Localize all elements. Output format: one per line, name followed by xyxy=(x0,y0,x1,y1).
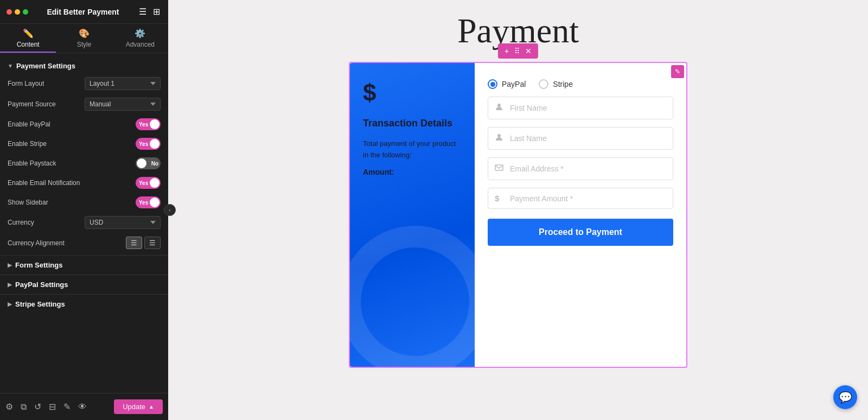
payment-settings-header[interactable]: ▼ Payment Settings xyxy=(0,59,168,73)
responsive-icon[interactable]: ⊟ xyxy=(49,402,56,412)
menu-icon[interactable]: ☰ xyxy=(138,7,148,17)
currency-alignment-row: Currency Alignment ☰ ☰ xyxy=(0,233,168,253)
transaction-title: Transaction Details xyxy=(363,117,462,130)
paypal-radio[interactable]: PayPal xyxy=(488,79,526,89)
first-name-placeholder: First Name xyxy=(510,104,547,112)
enable-email-notification-label: Enable Email Notification xyxy=(8,179,80,187)
svg-rect-2 xyxy=(495,165,503,170)
grid-icon[interactable]: ⊞ xyxy=(152,7,162,17)
edit-icon[interactable]: ✎ xyxy=(63,402,71,412)
tab-style[interactable]: 🎨 Style xyxy=(56,24,112,53)
tab-bar: ✏️ Content 🎨 Style ⚙️ Advanced xyxy=(0,24,168,53)
update-button[interactable]: Update ▲ xyxy=(114,399,163,414)
chat-icon: 💬 xyxy=(839,391,852,404)
layers-icon[interactable]: ⧉ xyxy=(21,402,27,412)
update-chevron-icon: ▲ xyxy=(149,404,154,410)
svg-point-1 xyxy=(497,134,501,137)
currency-alignment-buttons: ☰ ☰ xyxy=(126,237,161,249)
tab-advanced[interactable]: ⚙️ Advanced xyxy=(112,24,168,53)
currency-alignment-label: Currency Alignment xyxy=(8,239,65,247)
sidebar-title: Edit Better Payment xyxy=(47,8,119,16)
payment-methods: PayPal Stripe xyxy=(488,79,673,89)
widget-add-button[interactable]: + xyxy=(502,46,511,56)
enable-email-notification-toggle[interactable]: Yes xyxy=(136,177,161,189)
tab-content[interactable]: ✏️ Content xyxy=(0,24,56,53)
widget-move-icon: ⠿ xyxy=(514,47,520,55)
stripe-label: Stripe xyxy=(553,80,573,88)
enable-email-notification-toggle-label: Yes xyxy=(139,180,148,186)
enable-paypal-row: Enable PayPal Yes xyxy=(0,114,168,134)
currency-label: Currency xyxy=(8,219,34,226)
proceed-to-payment-button[interactable]: Proceed to Payment xyxy=(488,219,673,246)
stripe-radio[interactable]: Stripe xyxy=(539,79,573,89)
paypal-settings-title: PayPal Settings xyxy=(15,281,68,289)
sidebar-content: ▼ Payment Settings Form Layout Layout 1 … xyxy=(0,53,168,393)
currency-select[interactable]: USD EUR GBP xyxy=(85,216,161,229)
transaction-description: Total payment of your product in the fol… xyxy=(363,138,462,161)
enable-paystack-toggle-label: No xyxy=(151,161,158,167)
paypal-settings-header[interactable]: ▶ PayPal Settings xyxy=(0,277,168,292)
form-settings-header[interactable]: ▶ Form Settings xyxy=(0,258,168,272)
enable-paypal-toggle-label: Yes xyxy=(139,122,148,128)
settings-icon[interactable]: ⚙ xyxy=(5,402,13,412)
style-tab-icon: 🎨 xyxy=(79,28,90,39)
last-name-field[interactable]: Last Name xyxy=(488,127,673,150)
traffic-light-red[interactable] xyxy=(7,9,12,15)
first-name-field[interactable]: First Name xyxy=(488,97,673,119)
widget-move-button[interactable]: ⠿ xyxy=(512,46,522,56)
sidebar-header: Edit Better Payment ☰ ⊞ xyxy=(0,0,168,24)
content-tab-icon: ✏️ xyxy=(23,28,34,39)
widget-edit-button[interactable]: ✎ xyxy=(671,65,684,78)
payment-source-row: Payment Source Manual Automatic xyxy=(0,94,168,114)
align-left-button[interactable]: ☰ xyxy=(126,237,142,249)
tab-style-label: Style xyxy=(77,41,92,48)
enable-paystack-row: Enable Paystack No xyxy=(0,154,168,173)
email-icon xyxy=(495,163,505,174)
enable-paystack-knob xyxy=(137,158,146,168)
enable-paypal-toggle[interactable]: Yes xyxy=(136,118,161,130)
show-sidebar-toggle-label: Yes xyxy=(139,200,148,206)
form-settings-title: Form Settings xyxy=(15,261,62,269)
eye-icon[interactable]: 👁 xyxy=(78,402,87,412)
email-field[interactable]: Email Address * xyxy=(488,157,673,180)
align-right-button[interactable]: ☰ xyxy=(144,237,161,249)
form-layout-row: Form Layout Layout 1 Layout 2 xyxy=(0,73,168,94)
show-sidebar-toggle[interactable]: Yes xyxy=(136,196,161,208)
enable-paypal-label: Enable PayPal xyxy=(8,120,50,128)
form-layout-label: Form Layout xyxy=(8,80,44,87)
person-icon-1 xyxy=(495,103,505,113)
dollar-sign: $ xyxy=(363,79,462,106)
chat-bubble[interactable]: 💬 xyxy=(833,385,857,409)
sidebar-footer: ⚙ ⧉ ↺ ⊟ ✎ 👁 Update ▲ xyxy=(0,393,168,420)
widget-close-button[interactable]: ✕ xyxy=(523,46,534,56)
tab-advanced-label: Advanced xyxy=(126,41,155,48)
show-sidebar-knob xyxy=(150,198,159,207)
traffic-light-yellow[interactable] xyxy=(15,9,20,15)
form-settings-arrow: ▶ xyxy=(8,262,12,268)
paypal-settings-arrow: ▶ xyxy=(8,282,12,288)
traffic-light-green[interactable] xyxy=(23,9,28,15)
history-icon[interactable]: ↺ xyxy=(34,402,41,412)
form-layout-select[interactable]: Layout 1 Layout 2 xyxy=(85,77,161,90)
enable-stripe-toggle[interactable]: Yes xyxy=(136,138,161,150)
sidebar-collapse-button[interactable]: ‹ xyxy=(164,204,176,216)
email-placeholder: Email Address * xyxy=(510,164,564,173)
payment-amount-field[interactable]: $ Payment Amount * xyxy=(488,188,673,209)
payment-widget: $ Transaction Details Total payment of y… xyxy=(350,63,686,367)
payment-amount-placeholder: Payment Amount * xyxy=(510,194,573,203)
enable-paystack-toggle[interactable]: No xyxy=(136,157,161,169)
widget-toolbar: + ⠿ ✕ xyxy=(498,43,538,59)
currency-row: Currency USD EUR GBP xyxy=(0,212,168,233)
payment-settings-title: Payment Settings xyxy=(16,62,75,70)
enable-stripe-row: Enable Stripe Yes xyxy=(0,134,168,154)
payment-source-label: Payment Source xyxy=(8,100,56,108)
pencil-icon: ✎ xyxy=(675,68,680,75)
traffic-lights xyxy=(7,9,28,15)
stripe-radio-outer xyxy=(539,79,548,89)
stripe-settings-header[interactable]: ▶ Stripe Settings xyxy=(0,297,168,311)
footer-icons: ⚙ ⧉ ↺ ⊟ ✎ 👁 xyxy=(5,402,87,412)
payment-settings-arrow: ▼ xyxy=(8,63,13,69)
enable-stripe-toggle-label: Yes xyxy=(139,141,148,147)
show-sidebar-row: Show Sidebar Yes xyxy=(0,193,168,212)
payment-source-select[interactable]: Manual Automatic xyxy=(85,98,161,111)
